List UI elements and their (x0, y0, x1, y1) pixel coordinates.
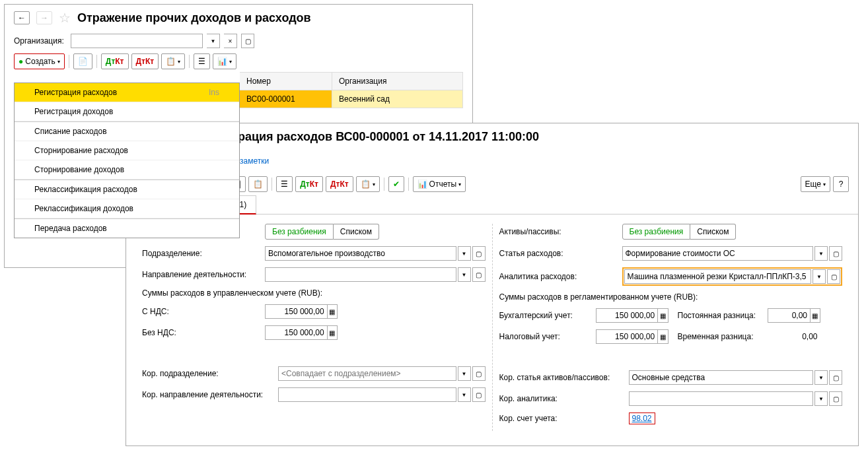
col-org[interactable]: Организация (332, 72, 463, 90)
cordept-field[interactable] (278, 366, 456, 381)
pr-label: Постоянная разница: (678, 311, 764, 320)
corap-field[interactable] (629, 370, 814, 385)
list-button-2[interactable]: ☰ (276, 176, 293, 192)
menu-reg-income[interactable]: Регистрация доходов (15, 102, 239, 121)
coranal-label: Кор. аналитика: (499, 394, 625, 403)
menu-transfer[interactable]: Передача расходов (15, 218, 239, 238)
menu-reclass-inc[interactable]: Реклассификация доходов (15, 199, 239, 218)
post-button[interactable]: 📋 (248, 176, 268, 192)
direction-field[interactable] (265, 267, 456, 282)
reg-sums-title: Суммы расходов в регламентированном учет… (499, 292, 843, 302)
novat-field[interactable]: ▦ (265, 325, 338, 340)
org-clear-button[interactable]: × (224, 34, 237, 48)
menu-reclass-exp[interactable]: Реклассификация расходов (15, 180, 239, 199)
coranal-dropdown[interactable]: ▼ (814, 391, 828, 406)
cordept-open[interactable]: ▢ (472, 366, 486, 381)
cordept-label: Кор. подразделение: (142, 369, 274, 378)
print-button[interactable]: 📋▾ (161, 53, 185, 69)
coracct-link[interactable]: 98.02 (629, 412, 655, 424)
tax-label: Налоговый учет: (499, 332, 592, 341)
item-label: Статья расходов: (499, 249, 618, 258)
cordir-open[interactable]: ▢ (472, 387, 486, 402)
dept-dropdown[interactable]: ▼ (458, 246, 471, 261)
table-row[interactable]: ВС00-000001 Весенний сад (240, 90, 463, 108)
menu-storno-exp[interactable]: Сторнирование расходов (15, 141, 239, 160)
analytics-open[interactable]: ▢ (827, 269, 840, 284)
help-button[interactable]: ? (833, 176, 849, 192)
cordir-field[interactable] (278, 387, 456, 402)
create-dropdown-menu: Регистрация расходовIns Регистрация дохо… (14, 82, 240, 238)
assets-label: Активы/пассивы: (499, 227, 618, 236)
calc-icon[interactable]: ▦ (327, 325, 337, 340)
menu-storno-inc[interactable]: Сторнирование доходов (15, 160, 239, 180)
coracct-label: Кор. счет учета: (499, 414, 625, 423)
reports-button[interactable]: 📊 Отчеты▾ (413, 176, 466, 192)
calc-icon[interactable]: ▦ (810, 308, 819, 323)
analytics-label: Аналитика расходов: (499, 272, 618, 281)
calc-icon[interactable]: ▦ (657, 308, 667, 323)
coranal-field[interactable] (629, 391, 814, 406)
split-mode-toggle[interactable]: Без разбиения Списком (265, 224, 379, 240)
cordir-label: Кор. направление деятельности: (142, 390, 274, 399)
drcr-button[interactable]: ДтКт (101, 53, 129, 69)
nav-forward-button[interactable]: → (36, 11, 52, 24)
analytics-dropdown[interactable]: ▼ (813, 269, 826, 284)
dept-label: Подразделение: (142, 249, 261, 258)
drcr-button-3[interactable]: ДтКт (326, 176, 353, 192)
direction-open[interactable]: ▢ (472, 267, 486, 282)
org-label: Организация: (14, 36, 67, 46)
pr-field[interactable]: ▦ (768, 308, 820, 323)
more-button[interactable]: Еще▾ (801, 176, 830, 192)
corap-open[interactable]: ▢ (829, 370, 842, 385)
vat-label: С НДС: (142, 307, 261, 316)
org-field[interactable] (71, 34, 203, 48)
page-title: Отражение прочих доходов и расходов (77, 11, 311, 25)
item-field[interactable] (622, 246, 814, 261)
coranal-open[interactable]: ▢ (829, 391, 842, 406)
document-title: Регистрация расходов ВС00-000001 от 14.1… (199, 130, 539, 144)
vr-label: Временная разница: (678, 332, 764, 341)
col-number[interactable]: Номер (240, 72, 332, 90)
list-button[interactable]: ☰ (194, 53, 210, 69)
chart-button[interactable]: 📊▾ (213, 53, 236, 69)
vat-field[interactable]: ▦ (265, 304, 338, 319)
print-button-2[interactable]: 📋▾ (356, 176, 380, 192)
vr-field (768, 329, 820, 344)
favorite-star-icon[interactable]: ☆ (59, 10, 71, 26)
corap-dropdown[interactable]: ▼ (814, 370, 828, 385)
bux-field[interactable]: ▦ (596, 308, 669, 323)
assets-mode-toggle[interactable]: Без разбиения Списком (622, 224, 737, 240)
mgmt-sums-title: Суммы расходов в управленческом учете (R… (142, 288, 486, 298)
tax-field[interactable]: ▦ (596, 329, 669, 344)
cordept-dropdown[interactable]: ▼ (458, 366, 471, 381)
analytics-field[interactable] (624, 269, 812, 284)
direction-dropdown[interactable]: ▼ (458, 267, 471, 282)
menu-reg-expenses[interactable]: Регистрация расходовIns (15, 83, 239, 102)
item-dropdown[interactable]: ▼ (814, 246, 828, 261)
org-open-button[interactable]: ▢ (241, 34, 254, 48)
cordir-dropdown[interactable]: ▼ (458, 387, 471, 402)
calc-icon[interactable]: ▦ (657, 329, 667, 344)
dept-field[interactable] (265, 246, 456, 261)
calc-icon[interactable]: ▦ (327, 304, 337, 319)
documents-table: Номер Организация ВС00-000001 Весенний с… (240, 72, 463, 108)
org-dropdown-button[interactable]: ▼ (207, 34, 220, 48)
nav-back-button[interactable]: ← (14, 11, 30, 24)
dept-open[interactable]: ▢ (472, 246, 486, 261)
novat-label: Без НДС: (142, 328, 261, 337)
create-button[interactable]: ●Создать▾ (14, 53, 65, 69)
drcr2-button[interactable]: ДтКт (131, 53, 159, 69)
direction-label: Направление деятельности: (142, 270, 261, 279)
corap-label: Кор. статья активов/пассивов: (499, 373, 625, 382)
approve-button[interactable]: ✔ (388, 176, 404, 192)
drcr-button-2[interactable]: ДтКт (295, 176, 323, 192)
bux-label: Бухгалтерский учет: (499, 311, 592, 320)
copy-button[interactable]: 📄 (73, 53, 92, 69)
item-open[interactable]: ▢ (829, 246, 842, 261)
menu-writeoff[interactable]: Списание расходов (15, 121, 239, 141)
